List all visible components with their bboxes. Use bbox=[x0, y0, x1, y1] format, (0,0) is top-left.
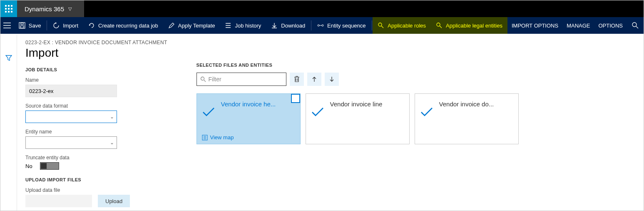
upload-file-label: Upload data file bbox=[25, 187, 167, 193]
filter-input[interactable]: Filter bbox=[196, 73, 286, 86]
top-bar: Dynamics 365 ▽ bbox=[0, 0, 644, 17]
content-area: 0223-2-EX : VENDOR INVOICE DOCUMENT ATTA… bbox=[0, 35, 644, 211]
card-title: Vendor invoice he... bbox=[221, 100, 295, 108]
left-column: 0223-2-EX : VENDOR INVOICE DOCUMENT ATTA… bbox=[25, 40, 167, 211]
source-format-select[interactable]: ⌄ bbox=[25, 111, 117, 123]
chevron-down-icon: ⌄ bbox=[110, 114, 114, 120]
breadcrumb: 0223-2-EX : VENDOR INVOICE DOCUMENT ATTA… bbox=[25, 40, 167, 45]
card-title: Vendor invoice do... bbox=[439, 100, 513, 108]
move-up-button[interactable] bbox=[307, 73, 321, 86]
truncate-toggle-row: No bbox=[25, 162, 167, 170]
svg-point-4 bbox=[322, 25, 323, 26]
job-history-button[interactable]: Job history bbox=[220, 17, 266, 34]
view-map-label: View map bbox=[210, 134, 234, 141]
svg-point-6 bbox=[437, 23, 440, 26]
page-title: Import bbox=[25, 46, 167, 60]
sequence-icon bbox=[317, 22, 324, 29]
refresh-icon bbox=[53, 22, 60, 29]
card-title: Vendor invoice line bbox=[330, 100, 404, 108]
filter-rail-button[interactable] bbox=[5, 55, 12, 61]
check-icon bbox=[202, 107, 215, 117]
name-label: Name bbox=[25, 77, 167, 83]
action-bar: Save Import Create recurring data job Ap… bbox=[0, 17, 644, 34]
svg-rect-2 bbox=[21, 23, 23, 25]
download-label: Download bbox=[281, 23, 305, 29]
svg-rect-1 bbox=[20, 26, 24, 28]
applicable-roles-label: Applicable roles bbox=[388, 23, 426, 29]
map-icon bbox=[202, 135, 208, 141]
filter-row: Filter bbox=[196, 73, 519, 86]
right-column: SELECTED FILES AND ENTITIES Filter bbox=[196, 40, 519, 211]
delete-button[interactable] bbox=[290, 73, 304, 86]
main-panel: 0223-2-EX : VENDOR INVOICE DOCUMENT ATTA… bbox=[17, 35, 644, 211]
upload-header: UPLOAD IMPORT FILES bbox=[25, 177, 167, 182]
svg-point-7 bbox=[632, 23, 637, 27]
recurring-label: Create recurring data job bbox=[98, 23, 158, 29]
save-label: Save bbox=[29, 23, 41, 29]
save-button[interactable]: Save bbox=[14, 17, 46, 34]
view-map-link[interactable]: View map bbox=[202, 134, 234, 141]
save-icon bbox=[19, 22, 25, 29]
waffle-icon bbox=[5, 5, 12, 13]
separator bbox=[311, 20, 311, 30]
upload-button[interactable]: Upload bbox=[98, 195, 130, 207]
applicable-entities-label: Applicable legal entities bbox=[446, 23, 502, 29]
separator bbox=[372, 20, 372, 30]
magnifier-icon bbox=[436, 22, 443, 29]
svg-rect-0 bbox=[19, 23, 25, 28]
source-format-label: Source data format bbox=[25, 103, 167, 109]
apply-template-button[interactable]: Apply Template bbox=[163, 17, 220, 34]
list-icon bbox=[225, 22, 231, 29]
download-button[interactable]: Download bbox=[266, 17, 310, 34]
app-launcher-button[interactable] bbox=[0, 0, 17, 17]
entity-name-label: Entity name bbox=[25, 129, 167, 135]
move-down-button[interactable] bbox=[325, 73, 339, 86]
entity-card[interactable]: Vendor invoice line bbox=[306, 93, 410, 144]
import-options-button[interactable]: IMPORT OPTIONS bbox=[507, 17, 562, 34]
card-checkbox[interactable] bbox=[291, 94, 300, 103]
search-icon bbox=[200, 76, 206, 82]
trash-icon bbox=[294, 76, 300, 83]
separator bbox=[47, 20, 47, 30]
entity-card[interactable]: Vendor invoice he... View map bbox=[196, 93, 301, 144]
entity-cards: Vendor invoice he... View map Vendor inv… bbox=[196, 93, 519, 144]
hamburger-menu-button[interactable] bbox=[0, 17, 14, 34]
entity-card[interactable]: Vendor invoice do... bbox=[415, 93, 519, 144]
funnel-icon bbox=[5, 55, 12, 61]
import-label: Import bbox=[63, 23, 78, 29]
entities-header: SELECTED FILES AND ENTITIES bbox=[196, 63, 519, 68]
arrow-up-icon bbox=[311, 76, 317, 82]
recurring-icon bbox=[88, 22, 95, 29]
brand-label: Dynamics 365 bbox=[25, 5, 64, 13]
magnifier-icon bbox=[378, 22, 384, 29]
applicable-roles-button[interactable]: Applicable roles bbox=[373, 17, 431, 34]
entity-name-select[interactable]: ⌄ bbox=[25, 136, 117, 149]
options-button[interactable]: OPTIONS bbox=[594, 17, 627, 34]
left-rail bbox=[0, 35, 17, 211]
entity-sequence-label: Entity sequence bbox=[327, 23, 366, 29]
filter-placeholder: Filter bbox=[209, 76, 221, 83]
check-icon bbox=[420, 107, 433, 117]
job-details-header: JOB DETAILS bbox=[25, 67, 167, 72]
svg-point-3 bbox=[318, 25, 319, 26]
pencil-icon bbox=[168, 22, 175, 29]
truncate-value: No bbox=[25, 163, 32, 169]
manage-button[interactable]: MANAGE bbox=[562, 17, 594, 34]
download-icon bbox=[271, 22, 278, 29]
hamburger-icon bbox=[3, 23, 11, 28]
svg-point-8 bbox=[201, 77, 204, 80]
create-recurring-button[interactable]: Create recurring data job bbox=[83, 17, 163, 34]
search-icon bbox=[632, 22, 639, 29]
arrow-down-icon bbox=[329, 76, 335, 82]
upload-file-field[interactable] bbox=[25, 195, 92, 207]
name-input[interactable] bbox=[25, 85, 117, 97]
chevron-down-icon: ⌄ bbox=[110, 140, 114, 146]
upload-row: Upload bbox=[25, 195, 167, 207]
search-button[interactable] bbox=[627, 17, 644, 34]
import-button[interactable]: Import bbox=[48, 17, 83, 34]
applicable-entities-button[interactable]: Applicable legal entities bbox=[431, 17, 507, 34]
entity-sequence-button[interactable]: Entity sequence bbox=[312, 17, 371, 34]
brand-dropdown[interactable]: Dynamics 365 ▽ bbox=[17, 0, 84, 17]
truncate-toggle[interactable] bbox=[40, 162, 59, 170]
svg-point-5 bbox=[378, 23, 382, 26]
